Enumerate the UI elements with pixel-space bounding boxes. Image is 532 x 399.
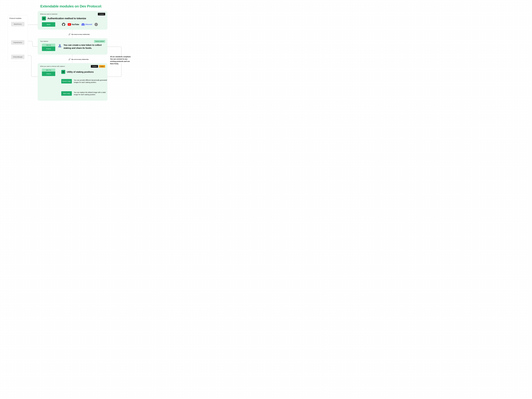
card-heading: You can create a new token to collect st… [63, 44, 107, 50]
tag-contract: Contract [98, 13, 105, 15]
discord-logo: Discord [82, 23, 92, 26]
standards-annotation: All are standards compliant. You can con… [110, 56, 133, 65]
link-icon [69, 33, 70, 35]
add-more-button[interactable]: + [95, 23, 98, 26]
relationship-label: Has one-to-many relationship [71, 59, 89, 60]
discord-icon [82, 23, 85, 26]
protocol-modules-card: Protocol modules MarketFactory PropertyF… [8, 15, 28, 62]
card-tokens: Factory method Your tokens/ ERC-20 Prope… [38, 38, 107, 55]
erc721-badge: ERC-721 [42, 69, 55, 72]
module-stokensmanager: STokensManager [11, 55, 25, 59]
static-image-desc: You can replace the default image with a… [74, 91, 107, 96]
sidebar-title: Protocol modules [9, 18, 26, 19]
dynamic-image-desc: You can provide different dynamically ge… [74, 79, 107, 84]
card-heading: Utility of staking positions [67, 71, 94, 73]
link-icon [69, 58, 70, 60]
person-icon [58, 44, 62, 48]
erc20-badge: ERC-20 [42, 44, 55, 47]
card-staking-utility: Contract Dapps What you want to interact… [38, 63, 107, 100]
tag-factory-method: Factory method [94, 40, 105, 43]
property-button[interactable]: Property [42, 47, 55, 51]
discord-label: Discord [85, 23, 92, 25]
code-icon [42, 16, 46, 20]
page-title: Extendable modules on Dev Protocol: [0, 4, 142, 8]
card-path: What you want to tokenize/ [40, 13, 105, 15]
code-icon [61, 70, 65, 74]
stokens-button[interactable]: sTokens [42, 72, 55, 76]
youtube-icon [68, 23, 71, 26]
github-icon [62, 23, 65, 26]
svg-line-0 [44, 18, 44, 19]
youtube-logo: YouTube [68, 23, 79, 26]
card-authentication: Contract What you want to tokenize/ Auth… [38, 11, 107, 30]
youtube-label: YouTube [71, 23, 79, 26]
svg-point-1 [59, 44, 60, 46]
module-marketfactory: MarketFactory [11, 22, 25, 26]
relationship-label: Has many-to-many relationship [71, 34, 90, 35]
tag-dapps: Dapps [99, 65, 105, 68]
relationship-many-to-many: Has many-to-many relationship [69, 33, 90, 35]
static-image-button[interactable]: Static Image [61, 91, 72, 96]
card-heading: Authentication method to tokenize [47, 17, 86, 20]
module-propertyfactory: PropertyFactory [11, 40, 25, 45]
tag-contract: Contract [91, 65, 98, 68]
dynamic-image-button[interactable]: Dynamic Image [61, 79, 72, 83]
market-button[interactable]: Market [42, 22, 55, 27]
relationship-one-to-many: Has one-to-many relationship [69, 58, 89, 60]
